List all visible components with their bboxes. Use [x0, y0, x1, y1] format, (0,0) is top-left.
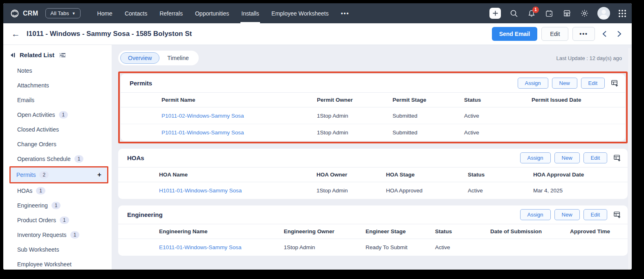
sidebar-item-open-activities[interactable]: Open Activities1 — [11, 107, 106, 122]
tab-opportunities[interactable]: Opportunities — [189, 3, 235, 23]
customize-columns-icon[interactable] — [613, 211, 621, 219]
record-header: ← I1011 - Windows - Sammy Sosa - 1585 Bo… — [3, 23, 632, 45]
tab-contacts[interactable]: Contacts — [119, 3, 153, 23]
view-tabs: Overview Timeline — [118, 51, 199, 65]
tab-employee-worksheets[interactable]: Employee Worksheets — [265, 3, 335, 23]
more-actions-button[interactable]: ••• — [572, 27, 595, 41]
table-row: H1011-01-Windows-Sammy Sosa 1Stop Admin … — [118, 182, 628, 199]
notification-count-badge: 1 — [532, 7, 539, 13]
permit-link[interactable]: P1011-01-Windows-Sammy Sosa — [162, 129, 317, 136]
sidebar-item-label: Operations Schedule — [17, 156, 71, 162]
sidebar-item-change-orders[interactable]: Change Orders — [11, 137, 106, 152]
sidebar-item-label: Emails — [17, 97, 34, 103]
sidebar-item-inventory-requests[interactable]: Inventory Requests1 — [11, 228, 106, 242]
edit-button[interactable]: Edit — [581, 78, 605, 89]
more-tabs-button[interactable]: ••• — [335, 3, 356, 23]
notifications-bell-icon[interactable]: 1 — [527, 9, 536, 18]
sidebar-item-emails[interactable]: Emails — [11, 93, 106, 107]
tab-overview[interactable]: Overview — [120, 52, 159, 64]
tab-referrals[interactable]: Referrals — [153, 3, 189, 23]
marketplace-icon[interactable] — [562, 9, 571, 18]
new-button[interactable]: New — [554, 152, 580, 163]
count-badge: 2 — [39, 171, 49, 179]
view-tabs-row: Overview Timeline Last Update : 12 day(s… — [118, 51, 628, 65]
next-record-icon[interactable] — [614, 29, 624, 39]
tab-home[interactable]: Home — [91, 3, 119, 23]
customize-columns-icon[interactable] — [611, 79, 619, 87]
all-tabs-dropdown[interactable]: All Tabs ▼ — [45, 8, 80, 18]
hoas-table-header: HOA Name HOA Owner HOA Stage Status HOA … — [118, 167, 628, 182]
sidebar-item-label: Closed Activities — [17, 126, 59, 133]
back-arrow-icon[interactable]: ← — [11, 29, 20, 39]
top-navbar: CRM All Tabs ▼ Home Contacts Referrals O… — [3, 3, 632, 23]
crm-app-window: CRM All Tabs ▼ Home Contacts Referrals O… — [3, 3, 632, 270]
sidebar-item-product-orders[interactable]: Product Orders1 — [11, 213, 106, 228]
col-status: Status — [435, 228, 490, 234]
sidebar-item-label: Sub Worksheets — [17, 246, 59, 253]
table-row: P1011-02-Windows-Sammy Sosa 1Stop Admin … — [121, 107, 625, 124]
section-title-permits: Permits — [130, 80, 152, 87]
brand[interactable]: CRM — [10, 9, 38, 18]
sidebar-item-employee-worksheet[interactable]: Employee Worksheet — [11, 257, 106, 270]
sidebar-item-sub-worksheets[interactable]: Sub Worksheets — [11, 242, 106, 257]
assign-button[interactable]: Assign — [520, 209, 551, 220]
edit-button[interactable]: Edit — [583, 152, 607, 163]
record-title: I1011 - Windows - Sammy Sosa - 1585 Boly… — [27, 30, 192, 38]
previous-record-icon[interactable] — [599, 29, 610, 39]
edit-button[interactable]: Edit — [583, 209, 607, 220]
sidebar-item-operations-schedule[interactable]: Operations Schedule1 — [11, 152, 106, 166]
hoas-section: HOAs Assign New Edit HOA Name — [118, 149, 628, 199]
sidebar-item-attachments[interactable]: Attachments — [11, 78, 106, 93]
main-content: Overview Timeline Last Update : 12 day(s… — [112, 45, 632, 270]
new-button[interactable]: New — [552, 78, 577, 89]
all-tabs-label: All Tabs — [50, 10, 69, 16]
edit-button[interactable]: Edit — [541, 27, 568, 41]
engineering-table-header: Engineering Name Engineering Owner Engin… — [118, 224, 628, 239]
apps-grid-icon[interactable] — [619, 10, 626, 17]
col-date-of-submission: Date of Submission — [490, 228, 570, 234]
sidebar-item-hoas[interactable]: HOAs1 — [11, 183, 106, 198]
count-badge: 1 — [60, 217, 69, 224]
search-icon[interactable] — [509, 9, 518, 18]
permits-table-header: Permit Name Permit Owner Permit Stage St… — [121, 92, 625, 107]
annotation-box-permits-section: Permits Assign New Edit — [118, 71, 628, 143]
engineering-section: Engineering Assign New Edit Engineerin — [118, 205, 628, 256]
assign-button[interactable]: Assign — [518, 78, 548, 89]
sidebar-item-engineering[interactable]: Engineering1 — [11, 198, 106, 213]
assign-button[interactable]: Assign — [520, 152, 551, 163]
user-avatar[interactable] — [597, 7, 610, 20]
hoa-link[interactable]: H1011-01-Windows-Sammy Sosa — [159, 187, 316, 194]
col-hoa-approval-date: HOA Approval Date — [533, 172, 628, 178]
collapse-sidebar-icon[interactable] — [10, 52, 16, 58]
add-permit-icon[interactable]: + — [97, 171, 107, 179]
record-actions: Send Email Edit ••• — [492, 27, 624, 41]
col-engineering-name: Engineering Name — [159, 228, 284, 234]
sidebar-item-label: Employee Worksheet — [17, 261, 72, 268]
tab-timeline[interactable]: Timeline — [159, 52, 196, 64]
send-email-button[interactable]: Send Email — [492, 27, 537, 41]
permit-link[interactable]: P1011-02-Windows-Sammy Sosa — [162, 113, 317, 119]
sidebar-item-label: Notes — [17, 67, 32, 74]
calendar-icon[interactable] — [545, 9, 554, 18]
sidebar-item-notes[interactable]: Notes — [11, 63, 106, 78]
sidebar-item-label: Attachments — [17, 82, 49, 89]
manage-related-list-icon[interactable] — [59, 52, 66, 58]
col-engineer-stage: Engineer Stage — [366, 228, 435, 234]
settings-gear-icon[interactable] — [580, 9, 589, 18]
col-permit-name: Permit Name — [162, 97, 317, 103]
col-hoa-owner: HOA Owner — [316, 172, 386, 178]
scrollbar-gutter[interactable] — [628, 48, 632, 270]
engineering-link[interactable]: E1011-01-Windows-Sammy Sosa — [159, 244, 284, 250]
quick-create-button[interactable] — [489, 8, 501, 19]
related-list-header: Related List — [3, 51, 112, 63]
sidebar-item-closed-activities[interactable]: Closed Activities — [11, 122, 106, 137]
col-status: Status — [468, 172, 533, 178]
customize-columns-icon[interactable] — [613, 154, 621, 162]
sidebar-item-label: Permits — [16, 172, 36, 178]
new-button[interactable]: New — [554, 209, 580, 220]
sidebar-item-permits[interactable]: Permits 2 + — [11, 167, 107, 182]
tab-installs[interactable]: Installs — [235, 3, 265, 23]
sidebar-item-label: Engineering — [17, 202, 48, 209]
count-badge: 1 — [52, 202, 61, 209]
count-badge: 1 — [36, 187, 45, 194]
